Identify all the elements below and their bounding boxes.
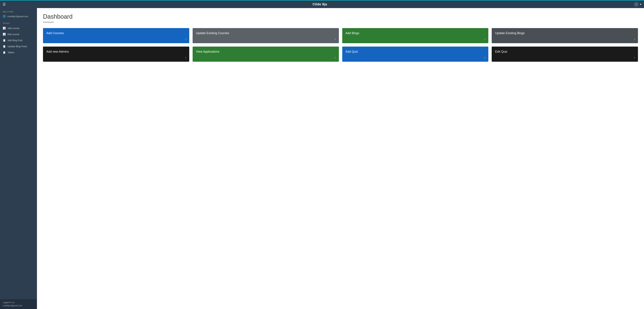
add-course-icon: 📊 xyxy=(3,27,6,30)
tables-icon: 📋 xyxy=(3,51,6,54)
user-avatar-icon: 👤 xyxy=(634,2,639,7)
app-brand: C0de 9ja xyxy=(312,2,327,6)
card-add-quiz-title: Add Quiz xyxy=(346,50,485,54)
card-update-blogs-arrow: › xyxy=(634,37,635,41)
sidebar-item-update-blog-posts[interactable]: 📋 Update Blog Posts xyxy=(0,43,37,50)
sidebar-pages-label: PAGES xyxy=(0,20,37,25)
card-add-blogs-arrow: › xyxy=(484,37,485,41)
sidebar-user-email: code9ja1@gmail.com xyxy=(7,15,28,18)
sidebar-footer-line2: code9ja1@gmail.com xyxy=(3,304,34,307)
card-update-courses-title: Update Existing Courses xyxy=(196,32,336,35)
sidebar-item-add-blog-label: Add Blog Post xyxy=(8,39,22,42)
card-update-blogs-title: Update Existing Blogs xyxy=(495,32,634,35)
card-edit-quiz-title: Edit Quiz xyxy=(495,50,634,54)
card-update-existing-blogs[interactable]: Update Existing Blogs › xyxy=(492,28,638,43)
layout: WELCOME 🌐 code9ja1@gmail.com PAGES 📊 Add… xyxy=(0,8,644,309)
sidebar-item-add-course-label: Add course xyxy=(8,27,20,30)
card-view-applications-title: View Applications xyxy=(196,50,336,54)
card-add-admins-arrow: › xyxy=(185,56,186,59)
breadcrumb: Dashboard xyxy=(43,21,638,23)
card-add-quiz-arrow: › xyxy=(484,56,485,59)
card-add-admins-title: Add new Admins xyxy=(46,50,186,54)
sidebar-item-tables-label: Tables xyxy=(8,51,14,54)
sidebar-footer: Logged in as: code9ja1@gmail.com xyxy=(0,299,37,309)
card-add-courses-arrow: › xyxy=(185,37,186,41)
sidebar-footer-line1: Logged in as: xyxy=(3,301,34,304)
card-view-applications-arrow: › xyxy=(335,56,336,59)
card-edit-quiz[interactable]: Edit Quiz › xyxy=(492,47,638,62)
sidebar: WELCOME 🌐 code9ja1@gmail.com PAGES 📊 Add… xyxy=(0,8,37,309)
user-menu[interactable]: 👤 ▾ xyxy=(634,2,641,7)
card-add-quiz[interactable]: Add Quiz › xyxy=(342,47,488,62)
card-view-applications[interactable]: View Applications › xyxy=(192,47,339,62)
card-add-courses[interactable]: Add Courses › xyxy=(43,28,189,43)
card-add-blogs[interactable]: Add Blogs › xyxy=(342,28,488,43)
sidebar-item-edit-course[interactable]: 📊 Edit course xyxy=(0,31,37,37)
card-edit-quiz-arrow: › xyxy=(634,56,635,59)
card-add-courses-title: Add Courses xyxy=(46,32,186,35)
main-inner: Dashboard Dashboard Add Courses › Update… xyxy=(37,8,644,309)
dashboard-cards-grid: Add Courses › Update Existing Courses › … xyxy=(43,28,638,62)
sidebar-item-edit-course-label: Edit course xyxy=(8,33,19,36)
globe-icon: 🌐 xyxy=(3,15,6,18)
topbar: ☰ C0de 9ja 👤 ▾ xyxy=(0,0,644,8)
user-caret-icon: ▾ xyxy=(640,3,641,6)
card-update-existing-courses[interactable]: Update Existing Courses › xyxy=(192,28,339,43)
sidebar-item-tables[interactable]: 📋 Tables xyxy=(0,50,37,56)
edit-course-icon: 📊 xyxy=(3,33,6,36)
sidebar-item-add-course[interactable]: 📊 Add course xyxy=(0,25,37,31)
add-blog-icon: 📋 xyxy=(3,39,6,42)
sidebar-item-add-blog-post[interactable]: 📋 Add Blog Post xyxy=(0,37,37,43)
sidebar-item-update-blog-label: Update Blog Posts xyxy=(8,45,27,48)
card-add-blogs-title: Add Blogs xyxy=(346,32,485,35)
sidebar-welcome-label: WELCOME xyxy=(0,8,37,14)
page-title: Dashboard xyxy=(43,13,638,20)
main-content: Dashboard Dashboard Add Courses › Update… xyxy=(37,8,644,309)
update-blog-icon: 📋 xyxy=(3,45,6,48)
card-add-new-admins[interactable]: Add new Admins › xyxy=(43,47,189,62)
menu-icon[interactable]: ☰ xyxy=(3,2,6,7)
sidebar-user: 🌐 code9ja1@gmail.com xyxy=(0,14,37,20)
card-update-courses-arrow: › xyxy=(335,37,336,41)
